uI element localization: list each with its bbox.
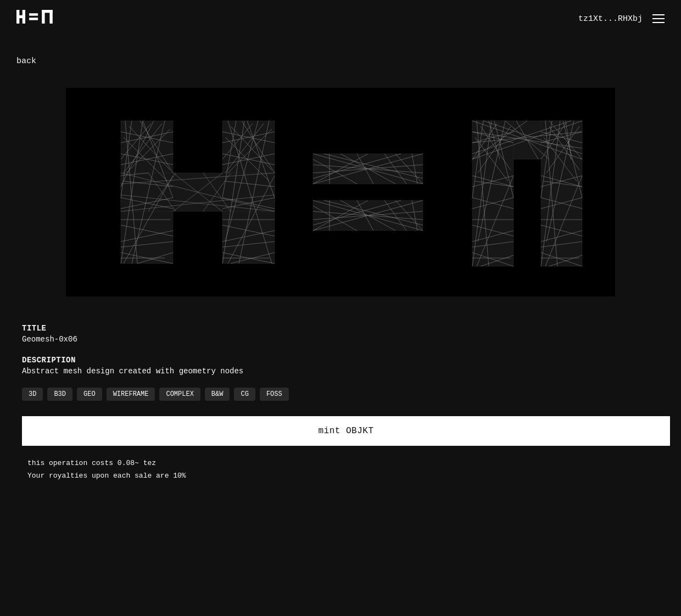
main-content: TITLE Geomesh-0x06 DESCRIPTION Abstract … <box>0 77 681 505</box>
cost-line-1: this operation costs 0.08~ tez <box>27 457 654 469</box>
logo[interactable] <box>16 10 60 27</box>
tag-item[interactable]: CG <box>234 388 255 401</box>
metadata-section: TITLE Geomesh-0x06 DESCRIPTION Abstract … <box>16 324 665 483</box>
title-label: TITLE <box>22 324 659 333</box>
tag-item[interactable]: COMPLEX <box>159 388 200 401</box>
description-label: DESCRIPTION <box>22 356 659 365</box>
tag-item[interactable]: GEO <box>77 388 102 401</box>
description-value: Abstract mesh design created with geomet… <box>22 367 659 376</box>
wallet-address[interactable]: tz1Xt...RHXbj <box>578 14 643 24</box>
tag-item[interactable]: B3D <box>47 388 72 401</box>
logo-icon <box>16 10 60 27</box>
back-link[interactable]: back <box>0 37 681 77</box>
cost-line-2: Your royalties upon each sale are 10% <box>27 469 654 482</box>
tags-row: 3DB3DGEOWIREFRAMECOMPLEXB&WCGFOSS <box>22 388 659 401</box>
menu-icon[interactable] <box>652 14 665 23</box>
tag-item[interactable]: 3D <box>22 388 43 401</box>
header: tz1Xt...RHXbj <box>0 0 681 37</box>
svg-rect-2 <box>23 10 25 24</box>
header-right: tz1Xt...RHXbj <box>578 14 665 24</box>
artwork-image <box>66 88 615 296</box>
tag-item[interactable]: FOSS <box>260 388 289 401</box>
artwork-container <box>66 88 615 296</box>
tag-item[interactable]: B&W <box>205 388 230 401</box>
cost-info: this operation costs 0.08~ tez Your roya… <box>22 457 659 483</box>
svg-rect-7 <box>49 10 52 24</box>
tag-item[interactable]: WIREFRAME <box>107 388 155 401</box>
mint-button[interactable]: mint OBJKT <box>22 416 670 446</box>
svg-rect-3 <box>29 13 38 15</box>
svg-rect-4 <box>29 18 38 20</box>
title-value: Geomesh-0x06 <box>22 335 659 344</box>
